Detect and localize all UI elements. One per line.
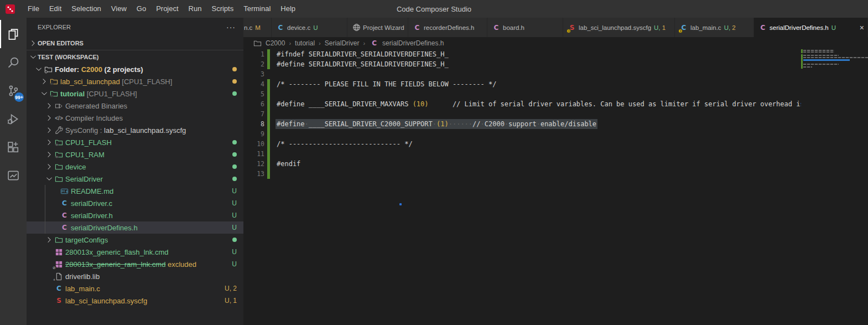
tree-item-generated-binaries[interactable]: Generated Binaries bbox=[27, 100, 243, 112]
code-line-11[interactable]: 11 bbox=[243, 149, 868, 159]
tree-item-tutorial[interactable]: tutorial [CPU1_FLASH] bbox=[27, 87, 243, 100]
tree-item-cmd-flash[interactable]: 280013x_generic_flash_lnk.cmdU bbox=[27, 246, 243, 258]
code-line-3[interactable]: 3 bbox=[243, 69, 868, 79]
tree-item-label: Folder: C2000 (2 projects) bbox=[55, 65, 143, 74]
breadcrumb-item[interactable]: C2000 bbox=[266, 39, 285, 47]
tree-item-lab-sci-syscfg[interactable]: Slab_sci_launchpad.syscfgU, 1 bbox=[27, 295, 243, 307]
tree-item-compiler-includes[interactable]: </>Compiler Includes bbox=[27, 112, 243, 124]
chevron-right-icon[interactable] bbox=[45, 235, 54, 244]
line-number[interactable]: 10 bbox=[243, 139, 264, 149]
tree-item-driverlib-lib[interactable]: +driverlib.lib bbox=[27, 270, 243, 282]
line-number[interactable]: 3 bbox=[243, 69, 264, 79]
menu-edit[interactable]: Edit bbox=[44, 0, 66, 18]
activity-performance[interactable] bbox=[0, 161, 27, 189]
line-number[interactable]: 4 bbox=[243, 79, 264, 89]
code-line-9[interactable]: 9 bbox=[243, 129, 868, 139]
menu-run[interactable]: Run bbox=[184, 0, 207, 18]
tab-lab-main-c[interactable]: Clab_main.cU, 2 bbox=[675, 18, 754, 37]
code-editor[interactable]: 1#ifndef SERIALDRIVER_SERIALDRIVERDEFINE… bbox=[243, 49, 868, 325]
menu-project[interactable]: Project bbox=[151, 0, 183, 18]
chevron-right-icon[interactable] bbox=[45, 101, 54, 110]
code-line-5[interactable]: 5 bbox=[243, 89, 868, 99]
breadcrumb-item[interactable]: serialDriverDefines.h bbox=[382, 39, 444, 47]
tree-item-cpu1-ram[interactable]: CPU1_RAM bbox=[27, 148, 243, 161]
line-number[interactable]: 2 bbox=[243, 59, 264, 69]
menu-terminal[interactable]: Terminal bbox=[238, 0, 276, 18]
tab-device-c[interactable]: Cdevice.cU bbox=[272, 18, 347, 37]
tree-item-targetconfigs[interactable]: targetConfigs bbox=[27, 234, 243, 246]
breadcrumb-item[interactable]: SerialDriver bbox=[325, 39, 360, 47]
chevron-down-icon[interactable] bbox=[34, 65, 43, 74]
tree-item-folder-c2000[interactable]: Folder: C2000 (2 projects) bbox=[27, 63, 243, 75]
activity-explorer[interactable] bbox=[0, 20, 27, 48]
tab-project-wizard[interactable]: Project Wizard bbox=[347, 18, 408, 37]
code-line-12[interactable]: 12#endif bbox=[243, 159, 868, 169]
tree-item-sysconfig[interactable]: SysConfig : lab_sci_launchpad.syscfg bbox=[27, 124, 243, 136]
more-actions-icon[interactable]: ··· bbox=[226, 23, 236, 32]
tree-item-serialdriver-c[interactable]: CserialDriver.cU bbox=[27, 197, 243, 209]
tree-item-serialdriver[interactable]: SerialDriver bbox=[27, 173, 243, 185]
breadcrumb[interactable]: C2000›tutorial›SerialDriver›CserialDrive… bbox=[243, 37, 868, 49]
line-number[interactable]: 13 bbox=[243, 169, 264, 179]
tree-item-device[interactable]: device bbox=[27, 161, 243, 173]
code-line-10[interactable]: 10/* ---------------------------- */ bbox=[243, 139, 868, 149]
menu-go[interactable]: Go bbox=[132, 0, 151, 18]
open-editors-section[interactable]: OPEN EDITORS bbox=[27, 37, 243, 50]
tree-item-lab-sci-launchpad[interactable]: lab_sci_launchpad [CPU1_FLASH] bbox=[27, 75, 243, 87]
tab-partial-main-c[interactable]: n.cM bbox=[243, 18, 272, 37]
menu-file[interactable]: File bbox=[23, 0, 44, 18]
close-icon[interactable]: × bbox=[855, 23, 864, 32]
code-line-4[interactable]: 4/* -------- PLEASE FILL IN THE FIELDS B… bbox=[243, 79, 868, 89]
tab-serialdriverdefines-h[interactable]: CserialDriverDefines.hU× bbox=[754, 18, 868, 37]
chevron-right-icon[interactable] bbox=[45, 114, 54, 122]
code-line-6[interactable]: 6#define ____SERIAL_DRIVER_MAXVARS (10) … bbox=[243, 99, 868, 109]
chevron-right-icon[interactable] bbox=[45, 150, 54, 159]
tab-board-h[interactable]: Cboard.h bbox=[487, 18, 563, 37]
c-letter-icon: C bbox=[59, 211, 70, 220]
code-line-2[interactable]: 2#define SERIALDRIVER_SERIALDRIVERDEFINE… bbox=[243, 59, 868, 69]
line-number[interactable]: 1 bbox=[243, 49, 264, 59]
minimap-selection bbox=[803, 59, 850, 61]
tree-item-lab-main-c[interactable]: Clab_main.cU, 2 bbox=[27, 282, 243, 295]
menu-scripts[interactable]: Scripts bbox=[206, 0, 238, 18]
tab-recorderdefines-h[interactable]: CrecorderDefines.h bbox=[408, 18, 487, 37]
indent-guide bbox=[45, 185, 45, 234]
chevron-right-icon[interactable] bbox=[45, 162, 54, 171]
chevron-right-icon[interactable] bbox=[45, 126, 54, 135]
line-number[interactable]: 9 bbox=[243, 129, 264, 139]
line-number[interactable]: 8 bbox=[243, 119, 264, 129]
tree-item-cmd-ram[interactable]: ⊘280013x_generic_ram_lnk.cmd excludedU bbox=[27, 258, 243, 270]
line-number[interactable]: 6 bbox=[243, 99, 264, 109]
minimap[interactable] bbox=[801, 49, 868, 193]
line-number[interactable]: 5 bbox=[243, 89, 264, 99]
tab-label: lab_main.c bbox=[690, 24, 721, 31]
tree-item-readme-md[interactable]: README.mdU bbox=[27, 185, 243, 197]
menu-view[interactable]: View bbox=[106, 0, 132, 18]
chevron-right-icon[interactable] bbox=[40, 77, 49, 86]
activity-run-debug[interactable] bbox=[0, 105, 27, 133]
activity-search[interactable] bbox=[0, 48, 27, 76]
tree-item-serialdriver-h[interactable]: CserialDriver.hU bbox=[27, 209, 243, 221]
tree-item-serialdriverdefines-h[interactable]: CserialDriverDefines.hU bbox=[27, 221, 243, 234]
line-number[interactable]: 11 bbox=[243, 149, 264, 159]
code-line-1[interactable]: 1#ifndef SERIALDRIVER_SERIALDRIVERDEFINE… bbox=[243, 49, 868, 59]
menu-help[interactable]: Help bbox=[276, 0, 300, 18]
line-number[interactable]: 7 bbox=[243, 109, 264, 119]
tree-item-cpu1-flash[interactable]: CPU1_FLASH bbox=[27, 136, 243, 148]
code-line-8[interactable]: 8#define·____SERIAL_DRIVER_C2000_SUPPORT… bbox=[243, 119, 868, 129]
chevron-down-icon[interactable] bbox=[45, 174, 54, 183]
activity-source-control[interactable]: 99+ bbox=[0, 76, 27, 105]
code-line-7[interactable]: 7 bbox=[243, 109, 868, 119]
menu-selection[interactable]: Selection bbox=[66, 0, 106, 18]
status-dot bbox=[232, 238, 237, 242]
status-dot bbox=[232, 164, 237, 169]
line-number[interactable]: 12 bbox=[243, 159, 264, 169]
activity-extensions[interactable] bbox=[0, 133, 27, 161]
breadcrumb-item[interactable]: tutorial bbox=[295, 39, 315, 47]
code-line-13[interactable]: 13 bbox=[243, 169, 868, 179]
tab-lab-sci-syscfg[interactable]: Slab_sci_launchpad.syscfgU, 1 bbox=[563, 18, 675, 37]
workspace-section[interactable]: TEST (WORKSPACE) bbox=[27, 50, 243, 63]
chevron-down-icon[interactable] bbox=[40, 89, 49, 98]
chevron-right-icon[interactable] bbox=[45, 138, 54, 147]
c-letter-icon: C bbox=[59, 199, 70, 208]
